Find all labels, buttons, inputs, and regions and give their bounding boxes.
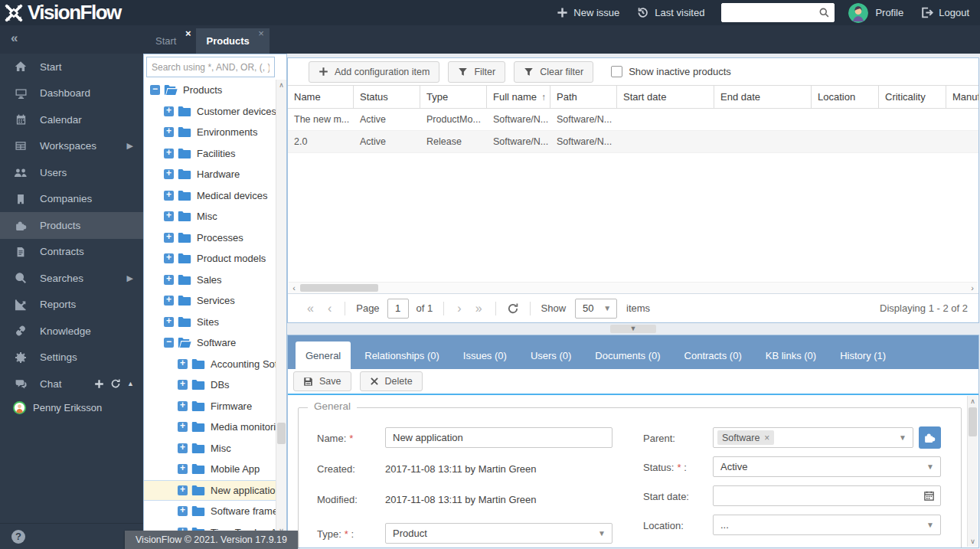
column-header-manuf[interactable]: Manuf bbox=[946, 86, 978, 108]
logout-button[interactable]: Logout bbox=[920, 6, 969, 19]
tree-node-firmware[interactable]: +Firmware bbox=[144, 396, 276, 417]
calendar-icon[interactable] bbox=[923, 490, 940, 502]
first-page-icon[interactable]: « bbox=[307, 302, 314, 315]
expand-node-icon[interactable]: + bbox=[178, 380, 188, 390]
parent-select[interactable]: Software × ▼ bbox=[713, 427, 913, 448]
chat-refresh-icon[interactable] bbox=[110, 378, 121, 389]
tree-node-facilities[interactable]: +Facilities bbox=[144, 143, 276, 165]
tab-issues-0[interactable]: Issues (0) bbox=[453, 341, 517, 369]
tree-node-sites[interactable]: +Sites bbox=[144, 312, 276, 333]
tree-node-media-monitorin[interactable]: +Media monitorin bbox=[144, 417, 276, 438]
scroll-left-icon[interactable]: ‹ bbox=[289, 283, 299, 293]
expand-node-icon[interactable]: + bbox=[164, 253, 174, 263]
scrollbar-thumb[interactable] bbox=[300, 284, 378, 292]
detail-vertical-scrollbar[interactable]: ∧ ∨ bbox=[967, 396, 978, 547]
tree-node-product-models[interactable]: +Product models bbox=[144, 248, 276, 270]
close-icon[interactable]: × bbox=[258, 28, 264, 38]
expand-node-icon[interactable]: + bbox=[164, 233, 174, 243]
page-size-select[interactable]: 50 ▼ bbox=[575, 299, 617, 319]
last-visited-button[interactable]: Last visited bbox=[636, 6, 704, 19]
expand-node-icon[interactable]: + bbox=[164, 296, 174, 306]
tab-history-1[interactable]: History (1) bbox=[830, 341, 896, 369]
clear-filter-button[interactable]: Clear filter bbox=[514, 61, 593, 83]
sidebar-item-settings[interactable]: Settings bbox=[0, 345, 143, 371]
tree-node-sales[interactable]: +Sales bbox=[144, 270, 276, 291]
sidebar-item-reports[interactable]: Reports bbox=[0, 292, 143, 319]
sidebar-item-start[interactable]: Start bbox=[0, 54, 143, 80]
tab-documents-0[interactable]: Documents (0) bbox=[585, 341, 670, 369]
chat-user-row[interactable]: Penny Eriksson bbox=[0, 397, 143, 419]
expand-node-icon[interactable]: + bbox=[178, 485, 188, 495]
chat-collapse-icon[interactable]: ▲ bbox=[127, 380, 134, 387]
column-header-path[interactable]: Path bbox=[550, 86, 617, 108]
collapse-sidebar-icon[interactable]: « bbox=[11, 31, 18, 46]
save-button[interactable]: Save bbox=[293, 371, 351, 391]
tree-node-misc[interactable]: +Misc bbox=[144, 206, 276, 227]
tree-node-software[interactable]: −Software bbox=[144, 332, 276, 354]
start-date-input[interactable] bbox=[713, 485, 941, 506]
expand-node-icon[interactable]: + bbox=[178, 506, 188, 516]
location-select[interactable]: ... ▼ bbox=[713, 515, 941, 535]
name-input[interactable] bbox=[385, 427, 612, 448]
column-header-end-date[interactable]: End date bbox=[714, 86, 812, 108]
scroll-down-icon[interactable]: ∨ bbox=[968, 536, 978, 547]
sidebar-item-calendar[interactable]: Calendar bbox=[0, 106, 143, 133]
tree-node-environments[interactable]: +Environments bbox=[144, 122, 276, 143]
page-number-input[interactable] bbox=[387, 299, 409, 319]
sidebar-item-searches[interactable]: Searches▶ bbox=[0, 265, 143, 292]
tree-node-software-framew[interactable]: +Software framew bbox=[144, 501, 276, 522]
last-page-icon[interactable]: » bbox=[475, 302, 482, 315]
scrollbar-thumb[interactable] bbox=[969, 407, 977, 436]
column-header-name[interactable]: Name bbox=[288, 86, 354, 108]
expand-node-icon[interactable]: + bbox=[178, 401, 188, 411]
window-tab-products[interactable]: Products× bbox=[196, 28, 269, 54]
collapse-node-icon[interactable]: − bbox=[150, 85, 160, 95]
expand-node-icon[interactable]: + bbox=[164, 317, 174, 327]
column-header-status[interactable]: Status bbox=[354, 86, 420, 108]
sidebar-item-knowledge[interactable]: Knowledge bbox=[0, 318, 143, 345]
select-product-button[interactable] bbox=[919, 426, 941, 449]
close-icon[interactable]: × bbox=[185, 28, 191, 38]
expand-node-icon[interactable]: + bbox=[178, 464, 188, 474]
tree-search-input[interactable] bbox=[146, 57, 275, 77]
help-icon[interactable]: ? bbox=[11, 530, 25, 544]
expand-node-icon[interactable]: + bbox=[164, 127, 174, 137]
tree-node-misc[interactable]: +Misc bbox=[144, 438, 276, 459]
filter-button[interactable]: Filter bbox=[448, 61, 505, 83]
tree-node-hardware[interactable]: +Hardware bbox=[144, 164, 276, 185]
sidebar-item-users[interactable]: Users bbox=[0, 159, 143, 186]
tree-node-medical-devices[interactable]: +Medical devices bbox=[144, 185, 276, 207]
tab-kb-links-0[interactable]: KB links (0) bbox=[756, 341, 826, 369]
column-header-type[interactable]: Type bbox=[420, 86, 487, 108]
expand-node-icon[interactable]: + bbox=[164, 275, 174, 285]
panel-splitter-handle[interactable]: ▼ bbox=[610, 325, 656, 333]
column-header-full-name[interactable]: Full name↑ bbox=[487, 86, 550, 108]
collapse-node-icon[interactable]: − bbox=[164, 338, 174, 348]
new-issue-button[interactable]: New issue bbox=[557, 7, 619, 18]
tab-relationships-0[interactable]: Relationships (0) bbox=[354, 341, 449, 369]
column-header-start-date[interactable]: Start date bbox=[617, 86, 714, 108]
scroll-up-icon[interactable]: ∧ bbox=[276, 80, 286, 90]
type-select[interactable]: Product ▼ bbox=[385, 523, 612, 544]
sidebar-item-contracts[interactable]: Contracts bbox=[0, 239, 143, 266]
tab-general[interactable]: General bbox=[296, 341, 351, 369]
tree-node-products[interactable]: −Products bbox=[144, 80, 276, 101]
previous-page-icon[interactable]: ‹ bbox=[328, 302, 332, 315]
expand-node-icon[interactable]: + bbox=[178, 422, 188, 432]
tree-node-processes[interactable]: +Processes bbox=[144, 227, 276, 249]
tab-users-0[interactable]: Users (0) bbox=[521, 341, 581, 369]
sidebar-item-chat[interactable]: Chat ▲ bbox=[0, 371, 143, 397]
sidebar-item-dashboard[interactable]: Dashboard bbox=[0, 80, 143, 107]
delete-button[interactable]: Delete bbox=[360, 371, 423, 391]
add-configuration-item-button[interactable]: Add configuration item bbox=[309, 61, 439, 83]
tree-node-dbs[interactable]: +DBs bbox=[144, 374, 276, 396]
chat-add-icon[interactable] bbox=[94, 379, 104, 389]
sidebar-item-products[interactable]: Products bbox=[0, 212, 143, 239]
user-avatar[interactable] bbox=[848, 3, 868, 23]
sidebar-item-companies[interactable]: Companies bbox=[0, 186, 143, 213]
grid-horizontal-scrollbar[interactable]: ‹ › bbox=[289, 282, 978, 293]
expand-node-icon[interactable]: + bbox=[164, 149, 174, 158]
tree-node-accounting-softw[interactable]: +Accounting Softw bbox=[144, 354, 276, 375]
expand-node-icon[interactable]: + bbox=[178, 359, 188, 369]
show-inactive-products-checkbox[interactable] bbox=[611, 66, 622, 77]
